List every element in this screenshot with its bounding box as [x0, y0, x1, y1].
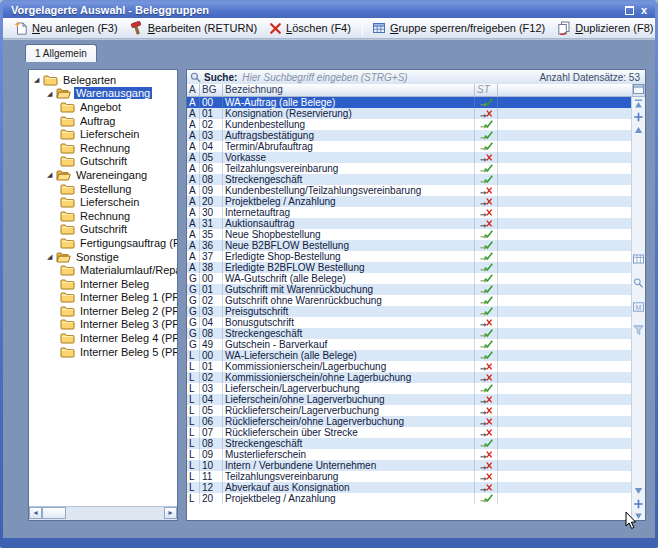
table-row[interactable]: A37Erledigte Shop-Bestellung — [187, 251, 634, 262]
tree-item-lieferschein[interactable]: Lieferschein — [29, 195, 177, 209]
scrollbar-thumb[interactable] — [42, 507, 66, 519]
tree-item-interner-beleg-1-pps[interactable]: Interner Beleg 1 (PPS) — [29, 291, 177, 305]
table-row[interactable]: A06Teilzahlungsvereinbarung — [187, 163, 634, 174]
tree-item-rechnung[interactable]: Rechnung — [29, 141, 177, 155]
table-row[interactable]: L11Teilzahlungsvereinbarung — [187, 471, 634, 482]
tree-item-sonstige[interactable]: ◢Sonstige — [29, 250, 177, 264]
table-row[interactable]: L10Intern / Verbundene Unternehmen — [187, 460, 634, 471]
table-row[interactable]: L02Kommissionierschein/ohne Lagerbuchung — [187, 372, 634, 383]
tree-item-warenausgang[interactable]: ◢Warenausgang — [29, 87, 177, 101]
tree-item-belegarten[interactable]: ◢Belegarten — [29, 73, 177, 87]
table-row[interactable]: L01Kommissionierschein/Lagerbuchung — [187, 361, 634, 372]
scroll-up-icon[interactable] — [633, 124, 644, 135]
expand-triangle-icon[interactable]: ◢ — [47, 252, 56, 261]
table-row[interactable]: A20Projektbeleg / Anzahlung — [187, 196, 634, 207]
column-header-name[interactable]: Bezeichnung — [223, 84, 475, 96]
table-row[interactable]: L12Abverkauf aus Konsignation — [187, 482, 634, 493]
cell-bezeichnung: Lieferschein/Lagerverbuchung — [223, 383, 475, 394]
status-x-icon — [475, 449, 498, 460]
fit-columns-icon[interactable]: M — [633, 301, 644, 312]
expand-triangle-icon[interactable]: ◢ — [47, 170, 56, 179]
table-row[interactable]: L03Lieferschein/Lagerverbuchung — [187, 383, 634, 394]
tree-horizontal-scrollbar[interactable]: ◂ ▸ — [29, 506, 177, 520]
tree-item-interner-beleg-3-pps[interactable]: Interner Beleg 3 (PPS) — [29, 318, 177, 332]
column-header-a[interactable]: A — [187, 84, 200, 96]
tree-item-gutschrift[interactable]: Gutschrift — [29, 223, 177, 237]
table-row[interactable]: L05Rücklieferschein/Lagerverbuchung — [187, 405, 634, 416]
lock-group-button[interactable]: Gruppe sperren/freigeben (F12) — [367, 19, 552, 37]
table-row[interactable]: L07Rücklieferschein über Strecke — [187, 427, 634, 438]
cell-art: A — [187, 207, 200, 218]
column-header-bg[interactable]: BG — [200, 84, 223, 96]
table-row[interactable]: L09Musterlieferschein — [187, 449, 634, 460]
duplicate-button[interactable]: Duplizieren (F8) — [552, 19, 658, 37]
tree-item-bestellung[interactable]: Bestellung — [29, 182, 177, 196]
tree-item-materialumlauf-reparatur[interactable]: Materialumlauf/Reparatur — [29, 263, 177, 277]
zoom-search-icon[interactable] — [633, 277, 644, 288]
filter-icon[interactable] — [633, 324, 644, 335]
column-header-st[interactable]: ST — [475, 84, 498, 96]
table-row[interactable]: A36Neue B2BFLOW Bestellung — [187, 240, 634, 251]
cell-beleggruppe: 01 — [200, 108, 223, 119]
table-row[interactable]: G08Streckengeschäft — [187, 328, 634, 339]
tree-item-gutschrift[interactable]: Gutschrift — [29, 155, 177, 169]
table-row[interactable]: A08Streckengeschäft — [187, 174, 634, 185]
tree-item-wareneingang[interactable]: ◢Wareneingang — [29, 168, 177, 182]
grid-view-icon[interactable] — [633, 253, 644, 264]
delete-button[interactable]: Löschen (F4) — [264, 20, 358, 37]
title-bar[interactable]: Vorgelagerte Auswahl - Beleggruppen x — [3, 2, 655, 18]
expand-triangle-icon[interactable]: ◢ — [47, 89, 56, 98]
status-x-icon — [475, 218, 498, 229]
table-row[interactable]: A00WA-Auftrag (alle Belege) — [187, 97, 634, 108]
table-row[interactable]: A35Neue Shopbestellung — [187, 229, 634, 240]
table-row[interactable]: A04Termin/Abrufauftrag — [187, 141, 634, 152]
scroll-right-button[interactable]: ▸ — [164, 507, 177, 519]
tree-item-angebot[interactable]: Angebot — [29, 100, 177, 114]
cell-bezeichnung: Auftragsbestätigung — [223, 130, 475, 141]
table-row[interactable]: A03Auftragsbestätigung — [187, 130, 634, 141]
search-input-placeholder[interactable]: Hier Suchbegriff eingeben (STRG+S) — [242, 72, 407, 83]
tab-allgemein[interactable]: 1 Allgemein — [25, 44, 97, 62]
tree-item-auftrag[interactable]: Auftrag — [29, 114, 177, 128]
tree-item-label: Warenausgang — [74, 87, 152, 99]
cell-filler — [498, 339, 634, 350]
table-row[interactable]: A31Auktionsauftrag — [187, 218, 634, 229]
table-row[interactable]: A05Vorkasse — [187, 152, 634, 163]
column-chooser-button[interactable] — [632, 84, 645, 96]
table-row[interactable]: A02Kundenbestellung — [187, 119, 634, 130]
expand-triangle-icon[interactable]: ◢ — [34, 75, 43, 84]
table-row[interactable]: G49Gutschein - Barverkauf — [187, 339, 634, 350]
table-row[interactable]: A38Erledigte B2BFLOW Bestellung — [187, 262, 634, 273]
restore-button[interactable] — [625, 6, 634, 15]
tree-item-lieferschein[interactable]: Lieferschein — [29, 127, 177, 141]
table-row[interactable]: L04Lieferschein/ohne Lagerverbuchung — [187, 394, 634, 405]
tree-item-interner-beleg-4-pps[interactable]: Interner Beleg 4 (PPS) — [29, 331, 177, 345]
tree-item-rechnung[interactable]: Rechnung — [29, 209, 177, 223]
edit-button[interactable]: Bearbeiten (RETURN) — [125, 19, 264, 37]
cell-art: L — [187, 394, 200, 405]
table-row[interactable]: A09Kundenbestellung/Teilzahlungsvereinba… — [187, 185, 634, 196]
table-row[interactable]: L08Streckengeschäft — [187, 438, 634, 449]
table-row[interactable]: L06Rücklieferschein/ohne Lagerverbuchung — [187, 416, 634, 427]
table-row[interactable]: L00WA-Lieferschein (alle Belege) — [187, 350, 634, 361]
table-row[interactable]: G02Gutschrift ohne Warenrückbuchung — [187, 295, 634, 306]
tree-item-interner-beleg-5-pps[interactable]: Interner Beleg 5 (PPS) — [29, 345, 177, 359]
jump-down-icon[interactable] — [633, 498, 644, 509]
tree-item-interner-beleg-2-pps[interactable]: Interner Beleg 2 (PPS) — [29, 304, 177, 318]
close-button[interactable]: x — [641, 5, 647, 15]
jump-up-icon[interactable] — [633, 111, 644, 122]
table-row[interactable]: G00WA-Gutschrift (alle Belege) — [187, 273, 634, 284]
scroll-left-button[interactable]: ◂ — [29, 507, 42, 519]
table-row[interactable]: A01Konsignation (Reservierung) — [187, 108, 634, 119]
scroll-down-icon[interactable] — [633, 485, 644, 496]
table-row[interactable]: G04Bonusgutschrift — [187, 317, 634, 328]
search-bar[interactable]: Suche: Hier Suchbegriff eingeben (STRG+S… — [187, 70, 645, 85]
tree-item-fertigungsauftrag-pps[interactable]: Fertigungsauftrag (PPS) — [29, 236, 177, 250]
table-row[interactable]: G03Preisgutschrift — [187, 306, 634, 317]
tree-item-interner-beleg[interactable]: Interner Beleg — [29, 277, 177, 291]
scroll-to-top-icon[interactable] — [633, 98, 644, 109]
table-row[interactable]: G01Gutschrift mit Warenrückbuchung — [187, 284, 634, 295]
table-row[interactable]: A30Internetauftrag — [187, 207, 634, 218]
new-button[interactable]: Neu anlegen (F3) — [9, 19, 125, 37]
table-row[interactable]: L20Projektbeleg / Anzahlung — [187, 493, 634, 504]
